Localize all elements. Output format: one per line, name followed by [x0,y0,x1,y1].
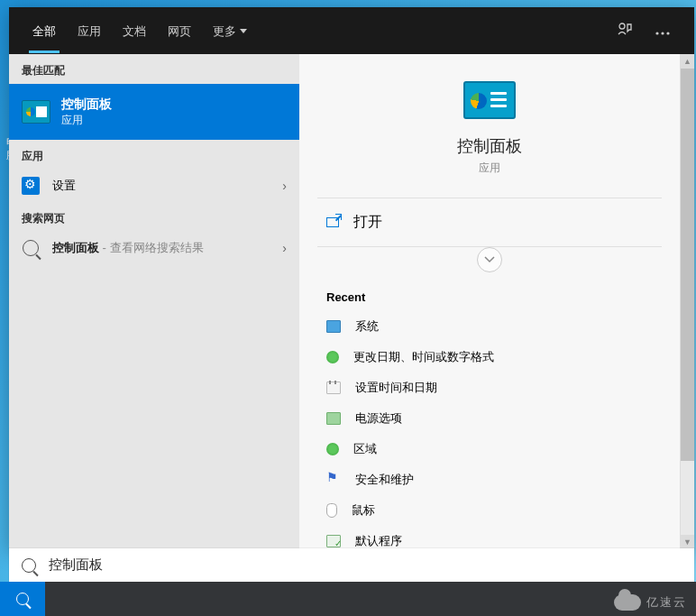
taskbar-search-button[interactable] [0,582,45,616]
region-icon [326,443,339,455]
best-match-header: 最佳匹配 [9,54,299,84]
result-settings[interactable]: 设置 › [9,170,299,202]
tab-docs[interactable]: 文档 [112,8,157,53]
preview-title: 控制面板 [317,135,662,157]
flag-icon [326,473,341,486]
recent-item[interactable]: 区域 [317,434,662,464]
open-icon [326,217,339,227]
tab-web[interactable]: 网页 [157,8,202,53]
search-bar[interactable] [9,548,694,582]
calendar-icon [326,382,341,394]
more-options-icon[interactable] [644,17,682,45]
recent-item[interactable]: 设置时间和日期 [317,372,662,403]
tab-all[interactable]: 全部 [22,8,67,53]
default-programs-icon [326,535,341,547]
watermark: 亿速云 [614,594,687,611]
recent-item[interactable]: 系统 [317,311,662,342]
recent-item[interactable]: 更改日期、时间或数字格式 [317,342,662,372]
recent-item[interactable]: 电源选项 [317,403,662,434]
svg-point-1 [655,32,658,34]
expand-button[interactable] [477,247,502,272]
search-icon [23,240,39,256]
preview-subtitle: 应用 [317,161,662,176]
result-settings-label: 设置 [52,178,76,194]
filter-tabs: 全部 应用 文档 网页 更多 [9,7,694,54]
search-icon [16,593,29,605]
best-match-title: 控制面板 [61,97,112,113]
scroll-down-icon[interactable]: ▼ [681,535,694,549]
taskbar-search-field[interactable] [45,582,696,616]
globe-icon [326,351,339,363]
mouse-icon [326,503,337,518]
control-panel-icon [22,100,50,124]
tab-more[interactable]: 更多 [202,8,258,53]
svg-point-3 [666,32,669,34]
result-web-label: 控制面板 - 查看网络搜索结果 [52,240,204,256]
svg-point-2 [661,32,664,34]
svg-point-0 [619,23,625,29]
control-panel-large-icon [463,81,516,119]
cloud-icon [614,594,641,611]
chevron-right-icon: › [282,241,287,255]
search-input[interactable] [49,557,682,573]
tab-apps[interactable]: 应用 [67,8,112,53]
feedback-icon[interactable] [606,14,644,48]
gear-icon [22,177,40,195]
result-web-search[interactable]: 控制面板 - 查看网络搜索结果 › [9,232,299,264]
best-match-result[interactable]: 控制面板 应用 [9,84,299,140]
scroll-thumb[interactable] [681,69,694,461]
open-action[interactable]: 打开 [317,198,662,246]
recent-header: Recent [317,281,662,311]
recent-item[interactable]: 鼠标 [317,495,662,526]
power-icon [326,412,341,425]
taskbar [0,582,696,616]
results-list: 最佳匹配 控制面板 应用 应用 设置 › 搜索网页 控制面板 - 查看网络搜索结… [9,54,299,549]
best-match-subtitle: 应用 [61,113,112,128]
search-panel: 全部 应用 文档 网页 更多 最佳匹配 控制面板 应用 [9,7,694,549]
web-header: 搜索网页 [9,202,299,232]
chevron-right-icon: › [282,179,287,193]
recent-item[interactable]: 默认程序 [317,526,662,549]
search-icon [22,558,36,573]
apps-header: 应用 [9,140,299,170]
system-icon [326,320,341,333]
preview-pane: 控制面板 应用 打开 Recent 系统 更改日期、时间 [299,54,694,549]
scrollbar[interactable]: ▲ ▼ [680,54,694,549]
scroll-up-icon[interactable]: ▲ [681,54,694,69]
recent-item[interactable]: 安全和维护 [317,464,662,495]
